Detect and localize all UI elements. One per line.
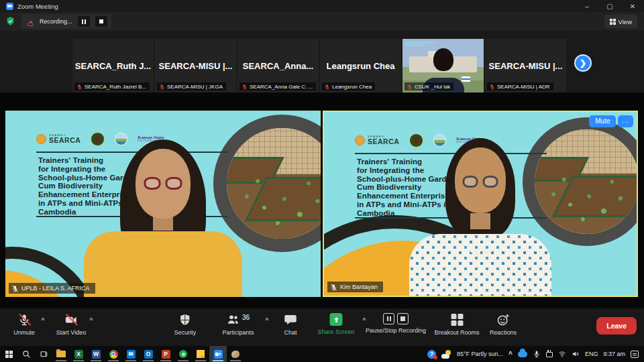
speaker-video-left[interactable]: SEAMEOSEARCA Kansas StateUNIVERSITY Trai…	[5, 111, 321, 297]
next-page-arrow-button[interactable]: ❯	[574, 54, 592, 72]
minimize-button[interactable]: –	[576, 0, 598, 12]
onedrive-icon[interactable]	[518, 351, 527, 357]
unmute-button[interactable]: Unmute	[13, 313, 35, 336]
share-screen-icon	[329, 313, 342, 326]
more-options-button[interactable]: ...	[618, 115, 633, 127]
participant-nameplate: SEARCA-MISU | JKGA	[167, 84, 223, 90]
action-center-icon[interactable]	[631, 351, 639, 358]
searca-logo: SEAMEOSEARCA	[355, 135, 399, 145]
participant-nameplate: SEARCA_Ruth Jazrel B...	[85, 84, 146, 90]
word-icon[interactable]: W	[87, 346, 105, 362]
wifi-icon[interactable]	[558, 350, 566, 358]
chat-icon	[284, 313, 297, 326]
zoom-meeting-window: Zoom Meeting – ▢ ✕ Recording... View SEA…	[0, 0, 644, 362]
participant-thumbnail[interactable]: SEARCA_Ruth J... SEARCA_Ruth Jazrel B...	[72, 39, 154, 93]
recording-label: Recording...	[40, 18, 72, 25]
stop-recording-button[interactable]	[95, 16, 107, 27]
flag-graphic	[462, 76, 470, 82]
breakout-rooms-button[interactable]: Breakout Rooms	[434, 313, 479, 336]
power-plug-icon[interactable]	[546, 352, 553, 357]
searca-logo: SEAMEOSEARCA	[36, 134, 80, 144]
participant-thumbnail[interactable]: SEARCA-MISU |... SEARCA-MISU | ADR	[485, 39, 566, 93]
speaker-figure	[400, 138, 561, 296]
speaker-nameplate: Kim Bantayan	[327, 282, 383, 292]
speaker-nameplate: UPLB - LEILA S. AFRICA	[9, 283, 95, 294]
sticky-notes-icon[interactable]	[192, 346, 209, 362]
view-button[interactable]: View	[604, 15, 637, 28]
close-button[interactable]: ✕	[621, 0, 644, 12]
meeting-toolbar: Unmute ^ Start Video ^ Security 36 Parti…	[0, 308, 644, 346]
participants-options-chevron[interactable]: ^	[265, 316, 268, 323]
muted-mic-icon	[159, 84, 165, 90]
muted-mic-icon	[11, 285, 19, 292]
security-button[interactable]: Security	[174, 313, 197, 336]
task-view-icon[interactable]	[35, 346, 52, 362]
file-explorer-icon[interactable]	[52, 346, 70, 362]
audio-options-chevron[interactable]: ^	[41, 316, 44, 323]
chrome-icon[interactable]	[105, 346, 122, 362]
view-grid-icon	[610, 19, 616, 25]
maximize-button[interactable]: ▢	[598, 0, 621, 12]
outlook-icon[interactable]: O	[140, 346, 157, 362]
leave-button[interactable]: Leave	[596, 317, 637, 335]
speaker-name: Kim Bantayan	[340, 284, 378, 290]
title-bar: Zoom Meeting – ▢ ✕	[0, 0, 644, 12]
participant-thumbnail[interactable]: SEARCA_Anna... SEARCA_Anna Gale C. ...	[237, 39, 319, 93]
camera-off-icon	[64, 313, 78, 326]
weather-text[interactable]: 85°F Partly sun...	[457, 351, 503, 357]
misc-app-icon[interactable]	[227, 346, 244, 362]
muted-mic-icon	[324, 84, 330, 90]
window-title: Zoom Meeting	[17, 3, 58, 10]
participant-nameplate: SEARCA-MISU | ADR	[497, 84, 550, 90]
volume-icon[interactable]	[572, 350, 580, 358]
participants-button[interactable]: 36 Participants	[222, 313, 254, 336]
zoom-app-icon[interactable]	[209, 346, 227, 362]
mic-muted-icon	[17, 313, 31, 326]
weather-icon	[441, 350, 451, 359]
muted-mic-icon	[330, 284, 337, 291]
reactions-smiley-icon	[496, 313, 510, 326]
powerpoint-icon[interactable]: P	[157, 346, 174, 362]
encryption-shield-icon	[5, 16, 15, 26]
mute-participant-button[interactable]: Mute	[589, 115, 616, 127]
pause-stop-recording-button[interactable]: Pause/Stop Recording	[366, 313, 426, 334]
excel-icon[interactable]: X	[70, 346, 87, 362]
mail-icon[interactable]: ✉	[122, 346, 140, 362]
speaker-figure	[83, 139, 244, 297]
speaker-name: UPLB - LEILA S. AFRICA	[21, 285, 90, 292]
pause-recording-button[interactable]	[78, 16, 90, 27]
hidden-icons-chevron[interactable]: ^	[508, 351, 513, 358]
participant-thumbnail[interactable]: SEARCA-MISU |... SEARCA-MISU | JKGA	[155, 39, 236, 93]
participant-thumbnail-video[interactable]: CSUK _Hul lak	[402, 39, 484, 93]
participant-nameplate: CSUK _Hul lak	[415, 84, 450, 90]
video-watermark	[405, 42, 435, 44]
main-video-area: SEAMEOSEARCA Kansas StateUNIVERSITY Trai…	[0, 93, 644, 308]
breakout-rooms-icon	[451, 313, 463, 326]
video-options-chevron[interactable]: ^	[89, 316, 93, 323]
participant-filmstrip: SEARCA_Ruth J... SEARCA_Ruth Jazrel B...…	[0, 31, 644, 93]
video-watermark	[405, 44, 425, 46]
participant-nameplate: Leangsrun Chea	[332, 84, 372, 90]
clock[interactable]: 9:37 am	[603, 351, 625, 357]
chat-button[interactable]: Chat	[284, 313, 297, 336]
search-icon[interactable]	[17, 346, 35, 362]
recording-indicator: Recording...	[21, 14, 111, 29]
reactions-button[interactable]: Reactions	[490, 313, 517, 336]
language-indicator[interactable]: ENG	[585, 351, 598, 357]
green-app-icon[interactable]	[174, 346, 192, 362]
help-notification-icon[interactable]: ?	[427, 350, 436, 359]
meeting-status-bar: Recording... View	[0, 12, 644, 31]
start-button[interactable]	[0, 346, 17, 362]
start-video-button[interactable]: Start Video	[56, 313, 86, 336]
pause-stop-icons	[383, 313, 409, 324]
zoom-logo-icon	[6, 3, 13, 10]
participants-count: 36	[242, 314, 250, 321]
share-screen-button[interactable]: Share Screen	[317, 313, 354, 335]
participant-nameplate: SEARCA_Anna Gale C. ...	[250, 84, 313, 90]
participant-thumbnail[interactable]: Leangsrun Chea Leangsrun Chea	[320, 39, 401, 93]
speaker-video-right-active[interactable]: SEAMEOSEARCA Kansas StateUNIVERSITY Trai…	[323, 111, 638, 297]
microphone-tray-icon[interactable]	[533, 350, 541, 358]
shield-icon	[178, 313, 192, 326]
windows-taskbar: X W ✉ O P ? 85°F Partly sun... ^ ENG 9:3…	[0, 346, 644, 362]
muted-mic-icon	[407, 84, 413, 90]
